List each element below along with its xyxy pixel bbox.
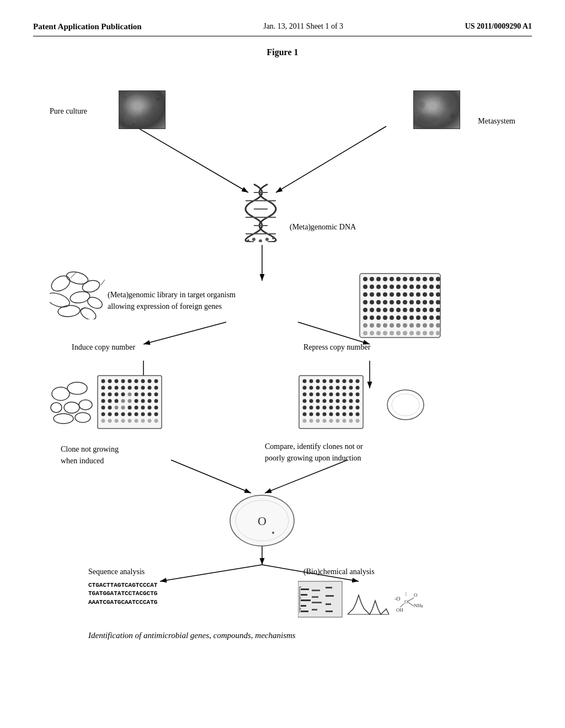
svg-point-255 — [349, 399, 353, 403]
svg-point-82 — [390, 300, 394, 304]
svg-point-190 — [141, 399, 145, 403]
svg-point-133 — [409, 331, 414, 335]
svg-point-92 — [376, 308, 381, 312]
svg-rect-299 — [312, 609, 317, 611]
meta-genomic-dna-label: (Meta)genomic DNA — [290, 223, 356, 232]
svg-rect-41 — [360, 274, 440, 338]
svg-point-161 — [128, 379, 132, 383]
svg-point-85 — [409, 300, 414, 304]
center-petri: O — [229, 493, 295, 550]
svg-point-180 — [135, 393, 138, 397]
svg-point-158 — [108, 379, 112, 383]
svg-text:NH₂: NH₂ — [414, 603, 423, 608]
svg-point-208 — [141, 413, 145, 416]
svg-point-233 — [323, 386, 327, 390]
svg-point-219 — [154, 419, 158, 423]
induce-wellplate — [97, 374, 163, 432]
svg-point-153 — [79, 400, 92, 410]
svg-point-18 — [124, 95, 126, 98]
svg-point-48 — [403, 277, 407, 281]
svg-line-2 — [276, 126, 386, 192]
svg-point-274 — [356, 413, 360, 416]
svg-point-52 — [429, 277, 434, 281]
header: Patent Application Publication Jan. 13, … — [33, 22, 532, 36]
svg-point-77 — [436, 292, 440, 297]
svg-point-79 — [370, 300, 374, 304]
svg-rect-295 — [301, 611, 308, 612]
svg-point-154 — [54, 414, 73, 424]
svg-point-271 — [336, 413, 340, 416]
svg-point-167 — [108, 386, 112, 390]
svg-point-106 — [390, 315, 394, 320]
svg-rect-298 — [312, 602, 322, 603]
svg-point-24 — [422, 97, 450, 124]
diagram: Pure culture Metasystem — [33, 74, 532, 681]
header-center: Jan. 13, 2011 Sheet 1 of 3 — [263, 22, 343, 31]
svg-point-266 — [303, 413, 307, 416]
svg-point-189 — [135, 399, 138, 403]
svg-point-116 — [376, 323, 381, 328]
svg-point-145 — [79, 306, 98, 319]
svg-point-87 — [423, 300, 427, 304]
svg-point-51 — [423, 277, 427, 281]
svg-point-173 — [148, 386, 152, 390]
svg-point-75 — [423, 292, 427, 297]
svg-point-214 — [121, 419, 125, 423]
svg-point-95 — [396, 308, 401, 312]
svg-point-183 — [154, 393, 158, 397]
svg-point-225 — [329, 379, 333, 383]
svg-point-241 — [316, 393, 320, 397]
pure-culture-label: Pure culture — [50, 107, 87, 116]
svg-point-56 — [376, 285, 381, 289]
svg-point-209 — [148, 413, 152, 416]
svg-point-245 — [343, 393, 347, 397]
svg-point-113 — [436, 315, 440, 320]
svg-point-17 — [133, 95, 155, 109]
svg-point-102 — [363, 315, 367, 320]
svg-point-243 — [329, 393, 333, 397]
svg-rect-13 — [119, 91, 166, 129]
svg-line-147 — [101, 280, 105, 285]
svg-point-235 — [336, 386, 340, 390]
svg-line-4 — [143, 322, 226, 344]
svg-point-45 — [383, 277, 387, 281]
pure-culture-image — [119, 90, 166, 129]
svg-point-253 — [336, 399, 340, 403]
svg-point-80 — [376, 300, 381, 304]
svg-point-62 — [416, 285, 420, 289]
svg-point-171 — [135, 386, 138, 390]
svg-point-269 — [323, 413, 327, 416]
induce-copy-label: Induce copy number — [72, 343, 135, 352]
svg-point-276 — [310, 419, 313, 423]
svg-point-47 — [396, 277, 401, 281]
svg-point-125 — [436, 323, 440, 328]
svg-point-150 — [67, 382, 87, 394]
svg-point-207 — [135, 413, 138, 416]
svg-point-61 — [409, 285, 414, 289]
svg-point-58 — [390, 285, 394, 289]
svg-point-244 — [336, 393, 340, 397]
metasystem-image — [413, 90, 460, 129]
svg-point-131 — [396, 331, 401, 335]
svg-point-194 — [108, 406, 112, 410]
svg-point-121 — [409, 323, 414, 328]
svg-line-11 — [160, 565, 262, 581]
svg-point-59 — [396, 285, 401, 289]
svg-rect-301 — [326, 595, 334, 597]
svg-point-226 — [336, 379, 340, 383]
svg-point-261 — [329, 406, 333, 410]
svg-point-177 — [115, 393, 119, 397]
svg-point-224 — [323, 379, 327, 383]
svg-point-193 — [102, 406, 105, 410]
svg-point-201 — [154, 406, 158, 410]
svg-point-123 — [423, 323, 427, 328]
svg-rect-294 — [301, 605, 306, 607]
svg-point-28 — [419, 101, 425, 108]
svg-point-223 — [316, 379, 320, 383]
svg-point-228 — [349, 379, 353, 383]
svg-point-185 — [108, 399, 112, 403]
svg-text:-O: -O — [395, 596, 401, 602]
svg-point-114 — [363, 323, 367, 328]
svg-line-9 — [265, 460, 348, 493]
svg-point-86 — [416, 300, 420, 304]
